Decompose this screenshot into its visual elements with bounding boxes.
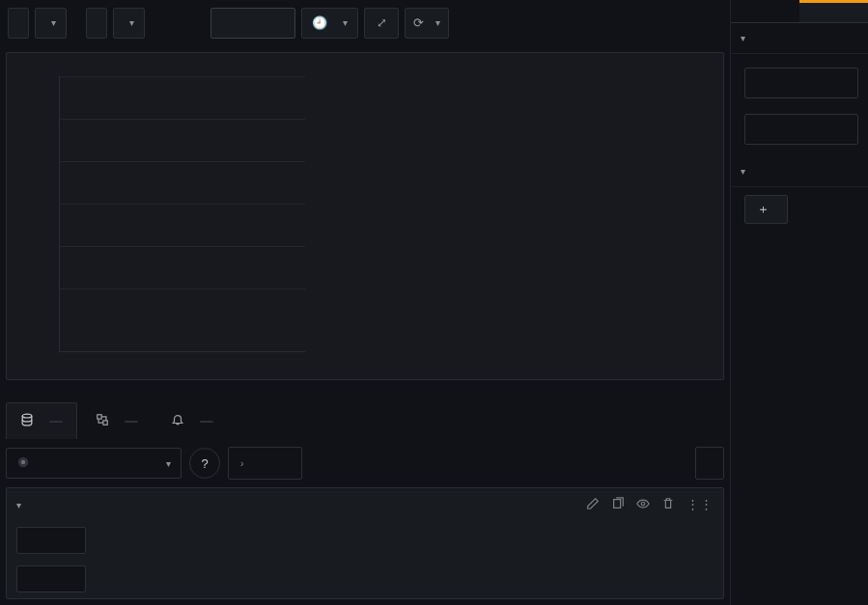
- bell-icon: [171, 413, 184, 429]
- copy-icon[interactable]: [611, 497, 625, 513]
- datasource-row: ▾ ? ›: [6, 439, 724, 487]
- question-icon: ?: [201, 456, 208, 471]
- variable-user-uid[interactable]: [86, 8, 107, 39]
- functions-label: [16, 565, 86, 592]
- scale-mode-group: [210, 8, 295, 39]
- chevron-down-icon: ▾: [343, 17, 348, 28]
- database-icon: [20, 413, 34, 429]
- plus-icon: ＋: [757, 201, 770, 218]
- chevron-down-icon: ▾: [435, 17, 440, 28]
- datasource-help-button[interactable]: ?: [189, 448, 220, 479]
- datasource-select[interactable]: ▾: [6, 448, 182, 479]
- chart-plot-area[interactable]: [13, 72, 307, 370]
- variable-kluster[interactable]: [8, 8, 29, 39]
- svg-point-4: [21, 459, 25, 463]
- zoom-out-icon: ⤢: [377, 15, 387, 30]
- transform-icon: [96, 413, 109, 429]
- svg-point-0: [22, 414, 32, 418]
- series-label: [16, 527, 86, 554]
- drag-handle-icon[interactable]: ⋮⋮: [686, 497, 714, 513]
- tab-query[interactable]: [6, 402, 77, 439]
- svg-rect-5: [614, 499, 621, 508]
- svg-point-6: [641, 502, 645, 506]
- display-name-input[interactable]: [744, 68, 858, 98]
- tab-alert[interactable]: [156, 402, 228, 439]
- options-sidebar: ▾ ▾ ＋: [730, 0, 868, 605]
- edit-icon[interactable]: [586, 497, 600, 513]
- query-inspector-button[interactable]: [695, 447, 724, 480]
- editor-tabs: [0, 390, 730, 439]
- trash-icon[interactable]: [661, 497, 675, 513]
- panel-title: [7, 53, 723, 69]
- chevron-down-icon[interactable]: ▾: [16, 500, 21, 510]
- variable-env[interactable]: ▾: [35, 8, 67, 39]
- section-data-links[interactable]: ▾: [731, 156, 868, 187]
- svg-rect-2: [103, 421, 107, 425]
- chevron-down-icon: ▾: [129, 17, 134, 28]
- time-range-picker[interactable]: 🕘 ▾: [301, 8, 358, 39]
- refresh-button[interactable]: ⟳ ▾: [405, 8, 449, 39]
- add-link-button[interactable]: ＋: [744, 195, 788, 224]
- eye-icon[interactable]: [636, 497, 650, 513]
- tab-panel[interactable]: [731, 0, 799, 22]
- tab-field[interactable]: [799, 0, 868, 22]
- graphite-icon: [16, 455, 30, 472]
- section-standard-options[interactable]: ▾: [731, 23, 868, 54]
- chevron-down-icon: ▾: [741, 33, 745, 43]
- refresh-icon: ⟳: [413, 15, 424, 30]
- variable-all[interactable]: ▾: [113, 8, 145, 39]
- clock-icon: 🕘: [312, 15, 327, 30]
- chevron-down-icon: ▾: [166, 458, 171, 469]
- svg-rect-1: [98, 415, 101, 419]
- query-row-A: ▾ ⋮⋮: [6, 487, 724, 599]
- zoom-out-button[interactable]: ⤢: [364, 8, 399, 39]
- chart-legend: [307, 72, 717, 370]
- chevron-down-icon: ▾: [51, 17, 56, 28]
- toolbar: ▾ ▾ 🕘 ▾ ⤢ ⟳ ▾: [0, 0, 730, 46]
- right-tabs: [731, 0, 868, 23]
- chevron-right-icon[interactable]: ›: [240, 458, 243, 469]
- chart-panel: [6, 52, 724, 380]
- tab-transform[interactable]: [81, 402, 153, 439]
- unit-select[interactable]: [744, 114, 858, 145]
- chevron-down-icon: ▾: [741, 166, 745, 177]
